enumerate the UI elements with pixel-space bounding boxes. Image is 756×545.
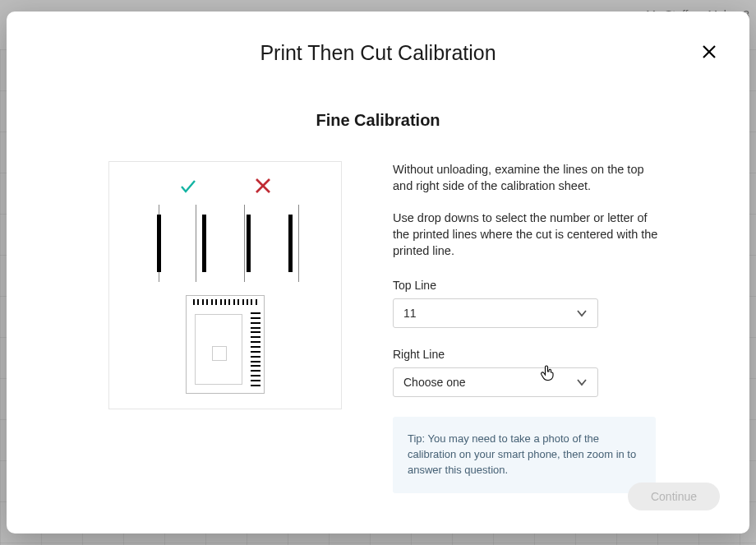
modal-title: Print Then Cut Calibration bbox=[46, 41, 710, 65]
top-line-select[interactable]: 11 bbox=[393, 298, 598, 328]
close-button[interactable] bbox=[698, 41, 720, 62]
chevron-down-icon bbox=[576, 376, 588, 388]
check-icon bbox=[178, 177, 198, 196]
tip-box: Tip: You may need to take a photo of the… bbox=[393, 417, 656, 493]
line-example-good bbox=[147, 210, 172, 277]
right-line-value: Choose one bbox=[403, 376, 466, 389]
line-example-bad-3 bbox=[279, 210, 303, 277]
right-line-select[interactable]: Choose one bbox=[393, 367, 598, 397]
top-line-value: 11 bbox=[403, 307, 417, 320]
top-line-label: Top Line bbox=[393, 279, 664, 292]
chevron-down-icon bbox=[576, 307, 588, 319]
continue-button[interactable]: Continue bbox=[628, 483, 720, 510]
line-example-bad-1 bbox=[191, 210, 215, 277]
line-example-bad-2 bbox=[235, 210, 260, 277]
calibration-modal: Print Then Cut Calibration Fine Calibrat… bbox=[7, 12, 749, 533]
description-2: Use drop downs to select the number or l… bbox=[393, 210, 664, 260]
x-mark-icon bbox=[254, 177, 272, 195]
calibration-illustration bbox=[108, 161, 342, 409]
right-line-label: Right Line bbox=[393, 348, 664, 361]
modal-subtitle: Fine Calibration bbox=[46, 111, 710, 130]
form-column: Without unloading, examine the lines on … bbox=[393, 161, 664, 493]
description-1: Without unloading, examine the lines on … bbox=[393, 161, 664, 195]
close-icon bbox=[702, 44, 717, 59]
calibration-sheet-diagram bbox=[186, 295, 265, 394]
